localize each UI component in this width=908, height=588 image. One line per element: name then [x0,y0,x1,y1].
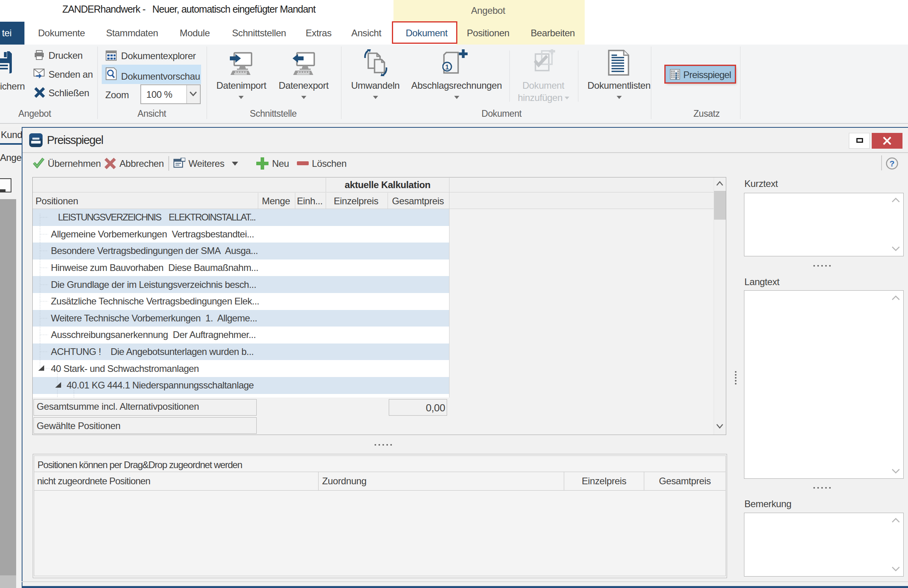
svg-text:?: ? [889,159,895,168]
svg-text:1: 1 [445,63,449,71]
